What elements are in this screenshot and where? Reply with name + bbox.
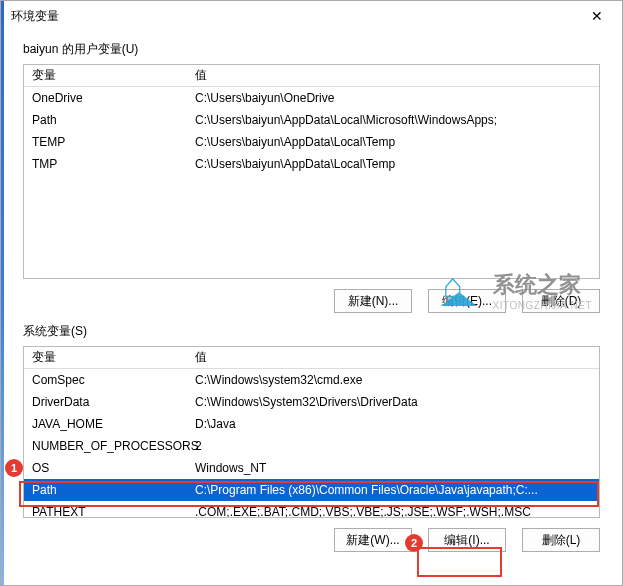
cell-var: ComSpec <box>24 373 189 387</box>
col-header-value[interactable]: 值 <box>189 67 599 84</box>
table-row[interactable]: JAVA_HOME D:\Java <box>24 413 599 435</box>
cell-val: C:\Users\baiyun\OneDrive <box>189 91 599 105</box>
cell-val: C:\Users\baiyun\AppData\Local\Temp <box>189 157 599 171</box>
cell-val: Windows_NT <box>189 461 599 475</box>
sys-vars-table[interactable]: 变量 值 ComSpec C:\Windows\system32\cmd.exe… <box>23 346 600 518</box>
cell-val: C:\Program Files (x86)\Common Files\Orac… <box>189 483 599 497</box>
cell-var: Path <box>24 113 189 127</box>
cell-var: PATHEXT <box>24 505 189 518</box>
table-row[interactable]: OS Windows_NT <box>24 457 599 479</box>
sys-edit-button[interactable]: 编辑(I)... <box>428 528 506 552</box>
cell-val: 2 <box>189 439 599 453</box>
user-new-button[interactable]: 新建(N)... <box>334 289 412 313</box>
cell-val: C:\Users\baiyun\AppData\Local\Microsoft\… <box>189 113 599 127</box>
close-icon: ✕ <box>591 8 603 24</box>
cell-val: D:\Java <box>189 417 599 431</box>
window-title: 环境变量 <box>11 8 59 25</box>
cell-val: C:\Windows\System32\Drivers\DriverData <box>189 395 599 409</box>
table-row[interactable]: DriverData C:\Windows\System32\Drivers\D… <box>24 391 599 413</box>
col-header-value[interactable]: 值 <box>189 349 599 366</box>
sys-vars-label: 系统变量(S) <box>23 323 622 340</box>
table-row[interactable]: PATHEXT .COM;.EXE;.BAT;.CMD;.VBS;.VBE;.J… <box>24 501 599 518</box>
sys-new-button[interactable]: 新建(W)... <box>334 528 412 552</box>
cell-var: NUMBER_OF_PROCESSORS <box>24 439 189 453</box>
col-header-variable[interactable]: 变量 <box>24 67 189 84</box>
user-vars-label: baiyun 的用户变量(U) <box>23 41 622 58</box>
titlebar: 环境变量 ✕ <box>1 1 622 31</box>
cell-var: Path <box>24 483 189 497</box>
cell-var: TMP <box>24 157 189 171</box>
annotation-marker-1: 1 <box>5 459 23 477</box>
table-row[interactable]: NUMBER_OF_PROCESSORS 2 <box>24 435 599 457</box>
col-header-variable[interactable]: 变量 <box>24 349 189 366</box>
close-button[interactable]: ✕ <box>582 4 612 28</box>
table-row[interactable]: ComSpec C:\Windows\system32\cmd.exe <box>24 369 599 391</box>
user-edit-button[interactable]: 编辑(E)... <box>428 289 506 313</box>
sys-delete-button[interactable]: 删除(L) <box>522 528 600 552</box>
cell-var: DriverData <box>24 395 189 409</box>
cell-val: .COM;.EXE;.BAT;.CMD;.VBS;.VBE;.JS;.JSE;.… <box>189 505 599 518</box>
cell-var: TEMP <box>24 135 189 149</box>
table-row[interactable]: TEMP C:\Users\baiyun\AppData\Local\Temp <box>24 131 599 153</box>
table-row[interactable]: OneDrive C:\Users\baiyun\OneDrive <box>24 87 599 109</box>
cell-var: OS <box>24 461 189 475</box>
table-row[interactable]: Path C:\Users\baiyun\AppData\Local\Micro… <box>24 109 599 131</box>
cell-val: C:\Users\baiyun\AppData\Local\Temp <box>189 135 599 149</box>
table-header: 变量 值 <box>24 347 599 369</box>
cell-var: OneDrive <box>24 91 189 105</box>
env-vars-dialog: 环境变量 ✕ baiyun 的用户变量(U) 变量 值 OneDrive C:\… <box>0 0 623 586</box>
table-row[interactable]: TMP C:\Users\baiyun\AppData\Local\Temp <box>24 153 599 175</box>
sys-buttons: 新建(W)... 编辑(I)... 删除(L) <box>23 528 600 552</box>
cell-var: JAVA_HOME <box>24 417 189 431</box>
user-vars-table[interactable]: 变量 值 OneDrive C:\Users\baiyun\OneDrive P… <box>23 64 600 279</box>
user-buttons: 新建(N)... 编辑(E)... 删除(D) <box>23 289 600 313</box>
cell-val: C:\Windows\system32\cmd.exe <box>189 373 599 387</box>
table-row-selected[interactable]: Path C:\Program Files (x86)\Common Files… <box>24 479 599 501</box>
user-delete-button[interactable]: 删除(D) <box>522 289 600 313</box>
annotation-marker-2: 2 <box>405 534 423 552</box>
table-header: 变量 值 <box>24 65 599 87</box>
